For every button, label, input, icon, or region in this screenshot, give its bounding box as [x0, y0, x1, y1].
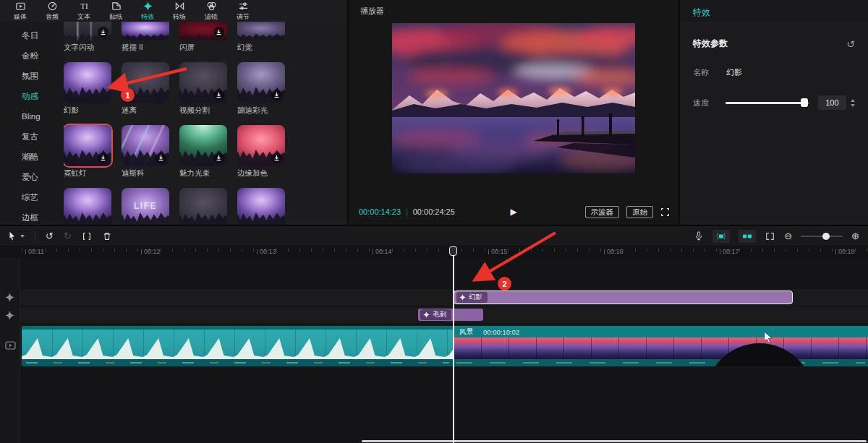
- oscilloscope-button[interactable]: 示波器: [585, 206, 620, 218]
- tab-effects[interactable]: 特效: [132, 0, 163, 22]
- ruler-tick-label: 00:14: [373, 248, 392, 255]
- effect-item[interactable]: 魅力光束: [179, 125, 227, 179]
- effect-name: 蹦迪彩光: [237, 106, 285, 116]
- effect-thumbnail[interactable]: [179, 188, 227, 225]
- effect-clip-phantom[interactable]: 幻影: [454, 291, 793, 304]
- playhead-handle[interactable]: [449, 246, 457, 256]
- effect-thumbnail[interactable]: [179, 22, 227, 40]
- tab-effect-settings[interactable]: 特效: [693, 7, 710, 17]
- category-item[interactable]: Bling: [0, 111, 64, 121]
- effect-thumbnail[interactable]: LIFE: [122, 188, 169, 225]
- ruler-tick-label: 00:11: [25, 248, 44, 255]
- tab-label: 转场: [173, 12, 186, 22]
- effect-thumbnail[interactable]: [179, 62, 227, 103]
- effect-name: 文字闪动: [64, 43, 111, 53]
- effect-thumbnail[interactable]: [64, 62, 111, 103]
- original-button[interactable]: 原始: [626, 206, 653, 218]
- effect-item[interactable]: 蹦迪彩光: [237, 62, 285, 116]
- effect-item[interactable]: 文字闪动: [64, 22, 111, 53]
- select-tool-button[interactable]: [7, 231, 25, 241]
- download-icon: [98, 152, 109, 163]
- tab-sticker[interactable]: 贴纸: [100, 0, 132, 22]
- undo-button[interactable]: ↺: [46, 231, 54, 241]
- effect-item[interactable]: 视频分割: [179, 62, 227, 116]
- link-clips-toggle[interactable]: [739, 230, 756, 243]
- effect-name: 迪斯科: [122, 168, 169, 179]
- reset-icon[interactable]: ↺: [846, 39, 855, 49]
- record-voiceover-button[interactable]: [694, 231, 704, 241]
- playhead-line[interactable]: [453, 255, 454, 443]
- stepper-down-icon[interactable]: [851, 104, 855, 107]
- adjust-icon: [238, 1, 249, 12]
- tab-adjust[interactable]: 调节: [227, 0, 259, 22]
- audio-icon: [47, 1, 58, 12]
- effect-icon: [423, 311, 430, 318]
- category-item[interactable]: 冬日: [0, 30, 64, 40]
- current-time: 00:00:14:23: [359, 207, 401, 216]
- speed-slider[interactable]: [726, 98, 809, 107]
- zoom-in-button[interactable]: ⊕: [851, 231, 859, 241]
- effect-item[interactable]: 幻影: [64, 62, 111, 116]
- timeline-section: ↺ ↻: [0, 226, 868, 443]
- slider-knob[interactable]: [801, 98, 808, 107]
- zoom-out-button[interactable]: ⊖: [784, 231, 792, 241]
- delete-button[interactable]: [102, 231, 112, 241]
- tab-label: 调节: [237, 12, 250, 22]
- video-clip-left[interactable]: [22, 326, 454, 366]
- timeline-zoom-slider[interactable]: [801, 232, 843, 241]
- effect-thumbnail[interactable]: [179, 125, 227, 166]
- effect-item[interactable]: 迪斯科: [122, 125, 169, 179]
- category-item[interactable]: 综艺: [0, 192, 64, 202]
- category-item[interactable]: 边框: [0, 212, 64, 223]
- category-item[interactable]: 复古: [0, 132, 64, 142]
- effect-item[interactable]: LIFE: [122, 188, 169, 225]
- chevron-down-icon[interactable]: [20, 235, 25, 238]
- effect-item[interactable]: 幻觉: [237, 22, 285, 53]
- split-button[interactable]: [82, 231, 92, 241]
- auto-snap-toggle[interactable]: [712, 230, 730, 243]
- category-item[interactable]: 氛围: [0, 71, 64, 81]
- timeline-ruler[interactable]: 00:1100:1200:1300:1400:1500:1600:1700:18: [0, 246, 868, 257]
- effect-item[interactable]: [64, 188, 111, 225]
- category-item[interactable]: 爱心: [0, 172, 64, 182]
- zoom-slider-knob[interactable]: [822, 233, 830, 240]
- tab-filter[interactable]: 滤镜: [195, 0, 227, 22]
- effect-item[interactable]: 边缘加色: [237, 125, 285, 179]
- category-item[interactable]: 潮酷: [0, 152, 64, 162]
- play-button[interactable]: ▶: [510, 207, 516, 217]
- effect-item[interactable]: [237, 188, 285, 225]
- effect-thumbnail[interactable]: [237, 62, 285, 103]
- effect-clip-glitch[interactable]: 毛刺: [418, 309, 483, 321]
- tab-audio[interactable]: 音频: [36, 0, 68, 22]
- redo-button[interactable]: ↻: [64, 231, 72, 241]
- total-duration: 00:00:24:25: [413, 207, 455, 216]
- fullscreen-icon[interactable]: [660, 207, 670, 217]
- effect-thumbnail[interactable]: [122, 125, 169, 166]
- tab-transition[interactable]: 转场: [163, 0, 195, 22]
- effect-item[interactable]: 霓虹灯: [64, 125, 111, 179]
- effect-item[interactable]: 闪屏: [179, 22, 227, 53]
- preview-axis-button[interactable]: [765, 231, 775, 241]
- video-clip-filmstrip: [454, 337, 868, 359]
- effect-thumbnail[interactable]: [64, 22, 111, 40]
- effect-name: 视频分割: [179, 106, 227, 116]
- tab-label: 贴纸: [109, 12, 122, 22]
- video-preview[interactable]: [392, 23, 635, 173]
- speed-label: 速度: [693, 98, 726, 108]
- speed-value-input[interactable]: 100: [818, 95, 846, 110]
- effect-thumbnail[interactable]: [122, 22, 169, 40]
- effect-item[interactable]: [179, 188, 227, 225]
- video-clip-right[interactable]: 风景 00:00:10:02: [454, 326, 868, 366]
- category-item[interactable]: 动感: [0, 91, 64, 101]
- tab-media[interactable]: 媒体: [4, 0, 36, 22]
- tab-text[interactable]: TI 文本: [68, 0, 100, 22]
- effect-thumbnail[interactable]: [237, 22, 285, 40]
- effect-thumbnail[interactable]: [237, 125, 285, 166]
- effect-thumbnail[interactable]: [64, 125, 111, 166]
- category-item[interactable]: 金粉: [0, 51, 64, 61]
- effect-item[interactable]: 摇摆 II: [122, 22, 169, 53]
- effect-thumbnail[interactable]: [64, 188, 111, 225]
- stepper-up-icon[interactable]: [851, 99, 855, 102]
- horizontal-scrollbar[interactable]: [362, 440, 867, 442]
- effect-thumbnail[interactable]: [237, 188, 285, 225]
